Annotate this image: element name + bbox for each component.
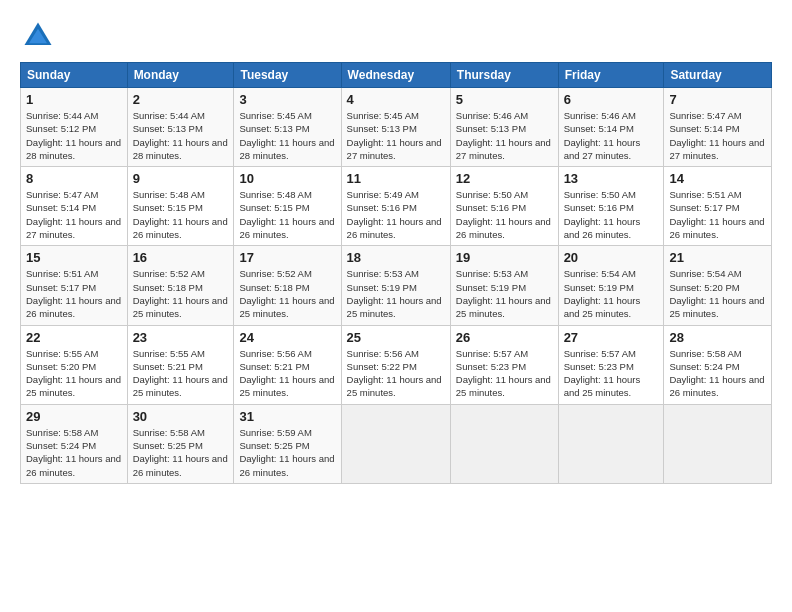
day-number: 21 bbox=[669, 250, 766, 265]
day-info: Sunrise: 5:55 AM Sunset: 5:20 PM Dayligh… bbox=[26, 347, 122, 400]
calendar-cell: 5Sunrise: 5:46 AM Sunset: 5:13 PM Daylig… bbox=[450, 88, 558, 167]
day-info: Sunrise: 5:45 AM Sunset: 5:13 PM Dayligh… bbox=[347, 109, 445, 162]
day-number: 13 bbox=[564, 171, 659, 186]
day-number: 29 bbox=[26, 409, 122, 424]
day-info: Sunrise: 5:57 AM Sunset: 5:23 PM Dayligh… bbox=[564, 347, 659, 400]
day-number: 11 bbox=[347, 171, 445, 186]
calendar-cell: 9Sunrise: 5:48 AM Sunset: 5:15 PM Daylig… bbox=[127, 167, 234, 246]
day-number: 10 bbox=[239, 171, 335, 186]
calendar-cell: 20Sunrise: 5:54 AM Sunset: 5:19 PM Dayli… bbox=[558, 246, 664, 325]
calendar-cell: 21Sunrise: 5:54 AM Sunset: 5:20 PM Dayli… bbox=[664, 246, 772, 325]
day-info: Sunrise: 5:58 AM Sunset: 5:24 PM Dayligh… bbox=[669, 347, 766, 400]
calendar-cell bbox=[450, 404, 558, 483]
day-number: 23 bbox=[133, 330, 229, 345]
calendar-cell: 10Sunrise: 5:48 AM Sunset: 5:15 PM Dayli… bbox=[234, 167, 341, 246]
calendar-cell: 15Sunrise: 5:51 AM Sunset: 5:17 PM Dayli… bbox=[21, 246, 128, 325]
calendar-header-tuesday: Tuesday bbox=[234, 63, 341, 88]
day-number: 14 bbox=[669, 171, 766, 186]
day-number: 7 bbox=[669, 92, 766, 107]
day-number: 3 bbox=[239, 92, 335, 107]
day-info: Sunrise: 5:53 AM Sunset: 5:19 PM Dayligh… bbox=[456, 267, 553, 320]
day-info: Sunrise: 5:51 AM Sunset: 5:17 PM Dayligh… bbox=[26, 267, 122, 320]
calendar-header-friday: Friday bbox=[558, 63, 664, 88]
day-number: 30 bbox=[133, 409, 229, 424]
day-info: Sunrise: 5:47 AM Sunset: 5:14 PM Dayligh… bbox=[26, 188, 122, 241]
logo bbox=[20, 18, 62, 54]
calendar-cell: 17Sunrise: 5:52 AM Sunset: 5:18 PM Dayli… bbox=[234, 246, 341, 325]
day-number: 15 bbox=[26, 250, 122, 265]
day-info: Sunrise: 5:46 AM Sunset: 5:14 PM Dayligh… bbox=[564, 109, 659, 162]
day-number: 22 bbox=[26, 330, 122, 345]
calendar-cell: 14Sunrise: 5:51 AM Sunset: 5:17 PM Dayli… bbox=[664, 167, 772, 246]
day-number: 4 bbox=[347, 92, 445, 107]
day-info: Sunrise: 5:57 AM Sunset: 5:23 PM Dayligh… bbox=[456, 347, 553, 400]
day-number: 19 bbox=[456, 250, 553, 265]
calendar-cell: 30Sunrise: 5:58 AM Sunset: 5:25 PM Dayli… bbox=[127, 404, 234, 483]
day-number: 20 bbox=[564, 250, 659, 265]
day-number: 1 bbox=[26, 92, 122, 107]
day-number: 25 bbox=[347, 330, 445, 345]
day-info: Sunrise: 5:54 AM Sunset: 5:20 PM Dayligh… bbox=[669, 267, 766, 320]
calendar-cell: 27Sunrise: 5:57 AM Sunset: 5:23 PM Dayli… bbox=[558, 325, 664, 404]
day-info: Sunrise: 5:46 AM Sunset: 5:13 PM Dayligh… bbox=[456, 109, 553, 162]
day-info: Sunrise: 5:44 AM Sunset: 5:12 PM Dayligh… bbox=[26, 109, 122, 162]
calendar: SundayMondayTuesdayWednesdayThursdayFrid… bbox=[20, 62, 772, 484]
day-info: Sunrise: 5:44 AM Sunset: 5:13 PM Dayligh… bbox=[133, 109, 229, 162]
calendar-cell bbox=[341, 404, 450, 483]
calendar-cell: 11Sunrise: 5:49 AM Sunset: 5:16 PM Dayli… bbox=[341, 167, 450, 246]
day-info: Sunrise: 5:58 AM Sunset: 5:25 PM Dayligh… bbox=[133, 426, 229, 479]
calendar-cell: 3Sunrise: 5:45 AM Sunset: 5:13 PM Daylig… bbox=[234, 88, 341, 167]
calendar-cell: 13Sunrise: 5:50 AM Sunset: 5:16 PM Dayli… bbox=[558, 167, 664, 246]
day-number: 2 bbox=[133, 92, 229, 107]
calendar-week-2: 8Sunrise: 5:47 AM Sunset: 5:14 PM Daylig… bbox=[21, 167, 772, 246]
day-info: Sunrise: 5:52 AM Sunset: 5:18 PM Dayligh… bbox=[133, 267, 229, 320]
day-number: 31 bbox=[239, 409, 335, 424]
page: SundayMondayTuesdayWednesdayThursdayFrid… bbox=[0, 0, 792, 494]
calendar-cell: 28Sunrise: 5:58 AM Sunset: 5:24 PM Dayli… bbox=[664, 325, 772, 404]
calendar-cell: 6Sunrise: 5:46 AM Sunset: 5:14 PM Daylig… bbox=[558, 88, 664, 167]
calendar-cell: 7Sunrise: 5:47 AM Sunset: 5:14 PM Daylig… bbox=[664, 88, 772, 167]
calendar-header-saturday: Saturday bbox=[664, 63, 772, 88]
calendar-cell: 23Sunrise: 5:55 AM Sunset: 5:21 PM Dayli… bbox=[127, 325, 234, 404]
day-number: 26 bbox=[456, 330, 553, 345]
day-number: 27 bbox=[564, 330, 659, 345]
day-number: 12 bbox=[456, 171, 553, 186]
calendar-cell: 8Sunrise: 5:47 AM Sunset: 5:14 PM Daylig… bbox=[21, 167, 128, 246]
day-info: Sunrise: 5:52 AM Sunset: 5:18 PM Dayligh… bbox=[239, 267, 335, 320]
calendar-cell: 18Sunrise: 5:53 AM Sunset: 5:19 PM Dayli… bbox=[341, 246, 450, 325]
logo-icon bbox=[20, 18, 56, 54]
calendar-cell: 25Sunrise: 5:56 AM Sunset: 5:22 PM Dayli… bbox=[341, 325, 450, 404]
calendar-cell: 12Sunrise: 5:50 AM Sunset: 5:16 PM Dayli… bbox=[450, 167, 558, 246]
calendar-header-thursday: Thursday bbox=[450, 63, 558, 88]
calendar-cell: 19Sunrise: 5:53 AM Sunset: 5:19 PM Dayli… bbox=[450, 246, 558, 325]
calendar-header-sunday: Sunday bbox=[21, 63, 128, 88]
day-info: Sunrise: 5:59 AM Sunset: 5:25 PM Dayligh… bbox=[239, 426, 335, 479]
day-info: Sunrise: 5:58 AM Sunset: 5:24 PM Dayligh… bbox=[26, 426, 122, 479]
calendar-week-3: 15Sunrise: 5:51 AM Sunset: 5:17 PM Dayli… bbox=[21, 246, 772, 325]
day-info: Sunrise: 5:50 AM Sunset: 5:16 PM Dayligh… bbox=[564, 188, 659, 241]
day-number: 9 bbox=[133, 171, 229, 186]
day-number: 6 bbox=[564, 92, 659, 107]
day-info: Sunrise: 5:50 AM Sunset: 5:16 PM Dayligh… bbox=[456, 188, 553, 241]
calendar-header-row: SundayMondayTuesdayWednesdayThursdayFrid… bbox=[21, 63, 772, 88]
day-number: 5 bbox=[456, 92, 553, 107]
day-info: Sunrise: 5:54 AM Sunset: 5:19 PM Dayligh… bbox=[564, 267, 659, 320]
calendar-cell: 29Sunrise: 5:58 AM Sunset: 5:24 PM Dayli… bbox=[21, 404, 128, 483]
day-number: 24 bbox=[239, 330, 335, 345]
day-info: Sunrise: 5:55 AM Sunset: 5:21 PM Dayligh… bbox=[133, 347, 229, 400]
day-number: 18 bbox=[347, 250, 445, 265]
day-info: Sunrise: 5:56 AM Sunset: 5:22 PM Dayligh… bbox=[347, 347, 445, 400]
calendar-cell: 4Sunrise: 5:45 AM Sunset: 5:13 PM Daylig… bbox=[341, 88, 450, 167]
calendar-cell: 26Sunrise: 5:57 AM Sunset: 5:23 PM Dayli… bbox=[450, 325, 558, 404]
day-info: Sunrise: 5:48 AM Sunset: 5:15 PM Dayligh… bbox=[133, 188, 229, 241]
calendar-week-4: 22Sunrise: 5:55 AM Sunset: 5:20 PM Dayli… bbox=[21, 325, 772, 404]
day-info: Sunrise: 5:47 AM Sunset: 5:14 PM Dayligh… bbox=[669, 109, 766, 162]
calendar-cell bbox=[558, 404, 664, 483]
calendar-cell: 22Sunrise: 5:55 AM Sunset: 5:20 PM Dayli… bbox=[21, 325, 128, 404]
calendar-cell: 31Sunrise: 5:59 AM Sunset: 5:25 PM Dayli… bbox=[234, 404, 341, 483]
calendar-cell: 24Sunrise: 5:56 AM Sunset: 5:21 PM Dayli… bbox=[234, 325, 341, 404]
day-info: Sunrise: 5:51 AM Sunset: 5:17 PM Dayligh… bbox=[669, 188, 766, 241]
calendar-cell bbox=[664, 404, 772, 483]
calendar-cell: 2Sunrise: 5:44 AM Sunset: 5:13 PM Daylig… bbox=[127, 88, 234, 167]
day-number: 17 bbox=[239, 250, 335, 265]
